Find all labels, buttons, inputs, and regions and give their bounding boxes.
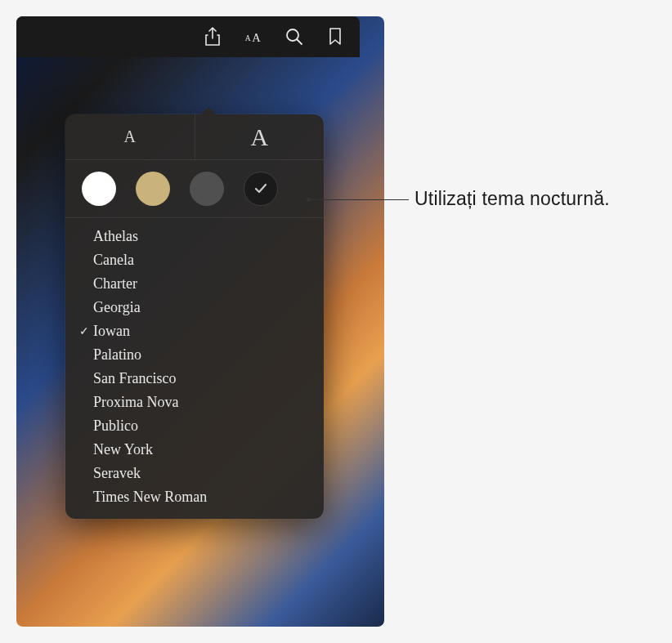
font-item[interactable]: Georgia xyxy=(65,296,324,319)
large-a-label: A xyxy=(250,123,268,151)
appearance-popover: A A Athelas Canela Charter Geo xyxy=(65,114,324,519)
font-label: Times New Roman xyxy=(93,489,207,506)
font-item[interactable]: ✓ Iowan xyxy=(65,319,324,343)
font-item[interactable]: Proxima Nova xyxy=(65,391,324,414)
theme-gray-button[interactable] xyxy=(190,172,224,206)
callout-leader-line xyxy=(309,199,409,200)
small-a-label: A xyxy=(124,127,136,146)
decrease-font-button[interactable]: A xyxy=(65,114,195,159)
font-item[interactable]: New York xyxy=(65,438,324,462)
share-icon[interactable] xyxy=(203,27,222,47)
checkmark-icon: ✓ xyxy=(75,324,93,338)
font-label: Palatino xyxy=(93,346,141,364)
font-size-controls: A A xyxy=(65,114,324,160)
app-toolbar: A A xyxy=(16,16,360,57)
font-label: Charter xyxy=(93,275,137,292)
font-item[interactable]: Palatino xyxy=(65,343,324,367)
font-label: Iowan xyxy=(93,323,130,340)
theme-white-button[interactable] xyxy=(82,172,116,206)
font-item[interactable]: Publico xyxy=(65,414,324,438)
search-icon[interactable] xyxy=(284,27,304,47)
font-list: Athelas Canela Charter Georgia ✓ Iowan P… xyxy=(65,218,324,509)
font-item[interactable]: Canela xyxy=(65,248,324,272)
font-item[interactable]: Seravek xyxy=(65,462,324,485)
theme-selector-row xyxy=(65,160,324,218)
popover-arrow xyxy=(200,107,217,115)
font-label: San Francisco xyxy=(93,370,176,387)
theme-sepia-button[interactable] xyxy=(136,172,170,206)
font-item[interactable]: Charter xyxy=(65,272,324,296)
font-label: Proxima Nova xyxy=(93,394,178,411)
font-label: Georgia xyxy=(93,299,141,316)
font-item[interactable]: Times New Roman xyxy=(65,485,324,509)
font-label: New York xyxy=(93,441,153,458)
font-item[interactable]: Athelas xyxy=(65,225,324,248)
font-label: Canela xyxy=(93,252,134,269)
font-item[interactable]: San Francisco xyxy=(65,367,324,391)
font-label: Seravek xyxy=(93,465,141,482)
svg-text:A: A xyxy=(245,34,251,42)
font-label: Athelas xyxy=(93,228,138,245)
svg-line-3 xyxy=(298,40,302,45)
increase-font-button[interactable]: A xyxy=(195,114,325,159)
bookmark-icon[interactable] xyxy=(325,27,345,47)
theme-night-button[interactable] xyxy=(244,172,278,206)
callout-text: Utilizați tema nocturnă. xyxy=(414,188,610,210)
svg-text:A: A xyxy=(252,31,261,44)
font-label: Publico xyxy=(93,418,138,435)
checkmark-icon xyxy=(253,181,268,196)
appearance-icon[interactable]: A A xyxy=(244,27,263,47)
